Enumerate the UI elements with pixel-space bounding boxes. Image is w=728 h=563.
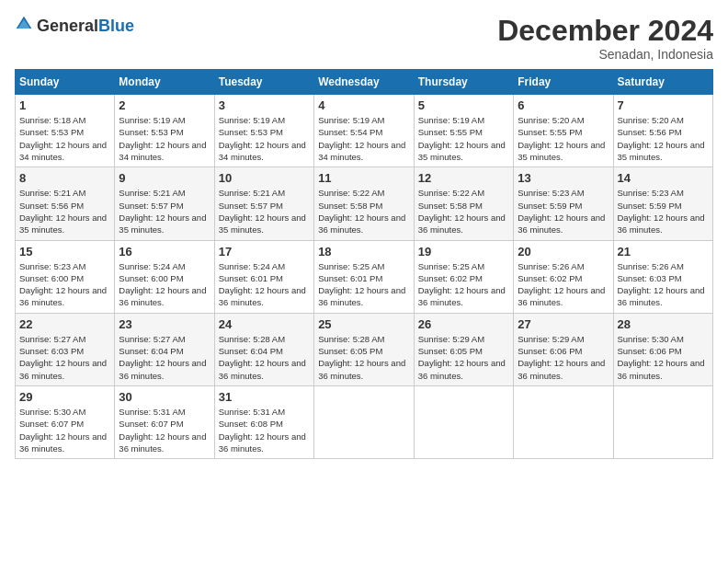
day-info: Sunrise: 5:25 AMSunset: 6:02 PMDaylight:…	[418, 260, 509, 309]
subtitle: Senadan, Indonesia	[497, 47, 713, 62]
table-row	[514, 385, 613, 458]
day-number: 22	[19, 317, 110, 331]
day-info: Sunrise: 5:23 AMSunset: 5:59 PMDaylight:…	[518, 187, 609, 236]
day-number: 20	[518, 245, 609, 259]
day-info: Sunrise: 5:28 AMSunset: 6:05 PMDaylight:…	[318, 333, 410, 382]
header-thursday: Thursday	[414, 70, 513, 95]
day-number: 6	[518, 98, 609, 112]
header-friday: Friday	[514, 70, 613, 95]
calendar-body: 1Sunrise: 5:18 AMSunset: 5:53 PMDaylight…	[16, 95, 713, 459]
header-saturday: Saturday	[613, 70, 713, 95]
table-row	[613, 385, 713, 458]
table-row: 5Sunrise: 5:19 AMSunset: 5:55 PMDaylight…	[414, 95, 513, 167]
header-tuesday: Tuesday	[214, 70, 313, 95]
table-row: 18Sunrise: 5:25 AMSunset: 6:01 PMDayligh…	[314, 240, 415, 313]
day-info: Sunrise: 5:20 AMSunset: 5:56 PMDaylight:…	[618, 114, 710, 163]
day-number: 3	[219, 98, 310, 112]
table-row: 12Sunrise: 5:22 AMSunset: 5:58 PMDayligh…	[414, 167, 513, 240]
table-row: 6Sunrise: 5:20 AMSunset: 5:55 PMDaylight…	[514, 95, 613, 167]
header-row: Sunday Monday Tuesday Wednesday Thursday…	[16, 70, 713, 95]
day-info: Sunrise: 5:27 AMSunset: 6:04 PMDaylight:…	[119, 333, 210, 382]
table-row: 28Sunrise: 5:30 AMSunset: 6:06 PMDayligh…	[613, 313, 713, 385]
day-number: 13	[518, 171, 609, 185]
table-row: 19Sunrise: 5:25 AMSunset: 6:02 PMDayligh…	[414, 240, 513, 313]
header-monday: Monday	[115, 70, 214, 95]
day-number: 21	[618, 245, 710, 259]
day-number: 23	[119, 317, 210, 331]
day-info: Sunrise: 5:31 AMSunset: 6:07 PMDaylight:…	[119, 406, 210, 454]
day-number: 28	[618, 317, 710, 331]
day-number: 24	[219, 317, 310, 331]
table-row	[414, 385, 513, 458]
calendar-header: Sunday Monday Tuesday Wednesday Thursday…	[16, 70, 713, 95]
table-row: 16Sunrise: 5:24 AMSunset: 6:00 PMDayligh…	[115, 240, 214, 313]
day-info: Sunrise: 5:23 AMSunset: 6:00 PMDaylight:…	[19, 260, 110, 309]
day-info: Sunrise: 5:23 AMSunset: 5:59 PMDaylight:…	[618, 187, 710, 236]
day-info: Sunrise: 5:21 AMSunset: 5:56 PMDaylight:…	[19, 187, 110, 236]
calendar-week-4: 22Sunrise: 5:27 AMSunset: 6:03 PMDayligh…	[16, 313, 713, 385]
calendar-week-2: 8Sunrise: 5:21 AMSunset: 5:56 PMDaylight…	[16, 167, 713, 240]
day-number: 26	[418, 317, 509, 331]
day-info: Sunrise: 5:30 AMSunset: 6:07 PMDaylight:…	[19, 406, 110, 454]
day-info: Sunrise: 5:19 AMSunset: 5:55 PMDaylight:…	[418, 114, 509, 163]
day-info: Sunrise: 5:29 AMSunset: 6:05 PMDaylight:…	[418, 333, 509, 382]
table-row: 26Sunrise: 5:29 AMSunset: 6:05 PMDayligh…	[414, 313, 513, 385]
table-row: 3Sunrise: 5:19 AMSunset: 5:53 PMDaylight…	[214, 95, 313, 167]
day-info: Sunrise: 5:24 AMSunset: 6:00 PMDaylight:…	[119, 260, 210, 309]
day-number: 1	[19, 98, 110, 112]
table-row: 31Sunrise: 5:31 AMSunset: 6:08 PMDayligh…	[214, 385, 313, 458]
day-number: 9	[119, 171, 210, 185]
calendar-week-1: 1Sunrise: 5:18 AMSunset: 5:53 PMDaylight…	[16, 95, 713, 167]
table-row: 4Sunrise: 5:19 AMSunset: 5:54 PMDaylight…	[314, 95, 415, 167]
day-info: Sunrise: 5:31 AMSunset: 6:08 PMDaylight:…	[219, 406, 310, 454]
day-number: 19	[418, 245, 509, 259]
day-info: Sunrise: 5:20 AMSunset: 5:55 PMDaylight:…	[518, 114, 609, 163]
day-number: 2	[119, 98, 210, 112]
table-row: 27Sunrise: 5:29 AMSunset: 6:06 PMDayligh…	[514, 313, 613, 385]
day-number: 8	[19, 171, 110, 185]
day-info: Sunrise: 5:18 AMSunset: 5:53 PMDaylight:…	[19, 114, 110, 163]
table-row: 9Sunrise: 5:21 AMSunset: 5:57 PMDaylight…	[115, 167, 214, 240]
day-number: 27	[518, 317, 609, 331]
table-row: 24Sunrise: 5:28 AMSunset: 6:04 PMDayligh…	[214, 313, 313, 385]
day-info: Sunrise: 5:26 AMSunset: 6:02 PMDaylight:…	[518, 260, 609, 309]
logo: GeneralBlue	[15, 15, 134, 37]
day-number: 10	[219, 171, 310, 185]
table-row: 14Sunrise: 5:23 AMSunset: 5:59 PMDayligh…	[613, 167, 713, 240]
day-info: Sunrise: 5:29 AMSunset: 6:06 PMDaylight:…	[518, 333, 609, 382]
calendar-week-5: 29Sunrise: 5:30 AMSunset: 6:07 PMDayligh…	[16, 385, 713, 458]
logo-blue: Blue	[98, 17, 134, 35]
day-info: Sunrise: 5:21 AMSunset: 5:57 PMDaylight:…	[219, 187, 310, 236]
day-info: Sunrise: 5:19 AMSunset: 5:53 PMDaylight:…	[119, 114, 210, 163]
day-info: Sunrise: 5:22 AMSunset: 5:58 PMDaylight:…	[418, 187, 509, 236]
day-number: 17	[219, 245, 310, 259]
day-info: Sunrise: 5:28 AMSunset: 6:04 PMDaylight:…	[219, 333, 310, 382]
table-row: 7Sunrise: 5:20 AMSunset: 5:56 PMDaylight…	[613, 95, 713, 167]
day-info: Sunrise: 5:30 AMSunset: 6:06 PMDaylight:…	[618, 333, 710, 382]
day-info: Sunrise: 5:19 AMSunset: 5:53 PMDaylight:…	[219, 114, 310, 163]
day-number: 18	[318, 245, 410, 259]
header: GeneralBlue December 2024 Senadan, Indon…	[15, 15, 713, 62]
day-info: Sunrise: 5:25 AMSunset: 6:01 PMDaylight:…	[318, 260, 410, 309]
table-row: 20Sunrise: 5:26 AMSunset: 6:02 PMDayligh…	[514, 240, 613, 313]
table-row	[314, 385, 415, 458]
table-row: 29Sunrise: 5:30 AMSunset: 6:07 PMDayligh…	[16, 385, 115, 458]
day-number: 12	[418, 171, 509, 185]
table-row: 23Sunrise: 5:27 AMSunset: 6:04 PMDayligh…	[115, 313, 214, 385]
calendar-week-3: 15Sunrise: 5:23 AMSunset: 6:00 PMDayligh…	[16, 240, 713, 313]
table-row: 22Sunrise: 5:27 AMSunset: 6:03 PMDayligh…	[16, 313, 115, 385]
day-number: 29	[19, 390, 110, 404]
day-number: 25	[318, 317, 410, 331]
day-info: Sunrise: 5:22 AMSunset: 5:58 PMDaylight:…	[318, 187, 410, 236]
table-row: 17Sunrise: 5:24 AMSunset: 6:01 PMDayligh…	[214, 240, 313, 313]
day-number: 30	[119, 390, 210, 404]
day-number: 14	[618, 171, 710, 185]
table-row: 13Sunrise: 5:23 AMSunset: 5:59 PMDayligh…	[514, 167, 613, 240]
calendar: Sunday Monday Tuesday Wednesday Thursday…	[15, 69, 713, 459]
table-row: 30Sunrise: 5:31 AMSunset: 6:07 PMDayligh…	[115, 385, 214, 458]
title-area: December 2024 Senadan, Indonesia	[497, 15, 713, 62]
table-row: 11Sunrise: 5:22 AMSunset: 5:58 PMDayligh…	[314, 167, 415, 240]
day-number: 15	[19, 245, 110, 259]
day-number: 16	[119, 245, 210, 259]
table-row: 21Sunrise: 5:26 AMSunset: 6:03 PMDayligh…	[613, 240, 713, 313]
